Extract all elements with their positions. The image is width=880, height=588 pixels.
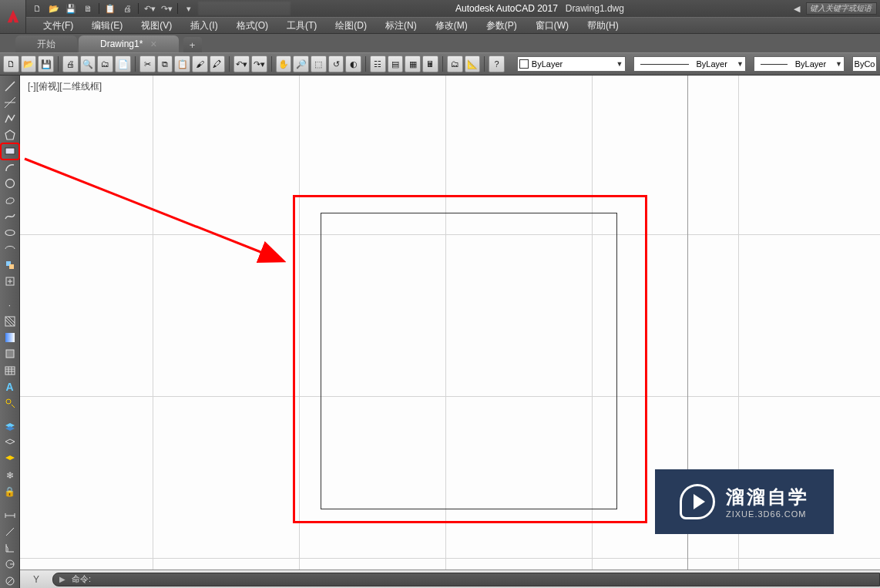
polyline-tool-icon[interactable] [2,111,18,126]
qat-redo-icon[interactable]: ↷▾ [159,2,174,15]
layer-manager-icon[interactable] [2,419,18,434]
dim-angular-icon[interactable] [2,541,18,556]
menu-help[interactable]: 帮助(H) [578,17,628,35]
tb-print-icon[interactable]: 🖨 [62,55,79,72]
tb-sheet-icon[interactable]: ▤ [388,55,404,72]
rectangle-tool-icon[interactable] [2,144,18,159]
insert-block-icon[interactable] [2,258,18,273]
qat-undo-icon[interactable]: ↶▾ [142,2,157,15]
menu-format[interactable]: 格式(O) [227,17,277,35]
separator [484,56,485,72]
bycolor-select[interactable]: ByCo [852,56,877,72]
tab-start[interactable]: 开始 [15,35,77,52]
ellipse-tool-icon[interactable] [2,225,18,240]
tb-redo-icon[interactable]: ↷▾ [251,55,267,72]
separator [58,56,59,72]
chevron-down-icon: ▼ [616,60,623,68]
menu-tools[interactable]: 工具(T) [277,17,326,35]
region-tool-icon[interactable] [2,347,18,361]
qat-print-icon[interactable]: 🖨 [119,2,135,15]
arc-tool-icon[interactable] [2,160,18,175]
tb-cut-icon[interactable]: ✂ [139,55,156,72]
tb-paste-icon[interactable]: 📋 [174,55,190,72]
tb-tool-icon[interactable]: ▦ [405,55,421,72]
tb-undo-icon[interactable]: ↶▾ [233,55,250,72]
command-input[interactable]: ▶ 命令: [52,573,880,586]
chevron-down-icon: ▼ [835,60,842,68]
tb-save-icon[interactable]: 💾 [38,55,54,72]
linetype-select[interactable]: ByLayer ▼ [633,56,746,72]
menu-edit[interactable]: 编辑(E) [82,17,132,35]
line-tool-icon[interactable] [2,79,18,93]
qat-cut-icon[interactable]: 📋 [102,2,118,15]
app-name: Autodesk AutoCAD 2017 [455,3,558,14]
titlebar-prev-icon[interactable]: ◀ [789,2,804,15]
select-value: ByLayer [697,59,727,69]
ellipse-arc-icon[interactable] [2,241,18,256]
table-tool-icon[interactable] [2,363,18,378]
qat-save-icon[interactable]: 💾 [63,2,79,15]
dim-diameter-icon[interactable] [2,573,18,588]
spline-tool-icon[interactable] [2,209,18,223]
tb-layers-icon[interactable]: 🗂 [447,55,463,72]
tb-zoomwin-icon[interactable]: ⬚ [311,55,327,72]
menu-file[interactable]: 文件(F) [34,17,82,35]
menu-dimension[interactable]: 标注(N) [376,17,426,35]
viewport-label[interactable]: [-][俯视][二维线框] [28,80,102,93]
dim-radius-icon[interactable] [2,557,18,572]
app-menu-button[interactable] [0,0,26,34]
gradient-tool-icon[interactable] [2,331,18,345]
dim-aligned-icon[interactable] [2,525,18,539]
tb-brush-icon[interactable]: 🖍 [210,55,226,72]
tab-close-icon[interactable]: × [150,38,156,50]
tb-open-icon[interactable]: 📂 [21,55,37,72]
add-selected-icon[interactable] [2,395,18,410]
qat-new-icon[interactable]: 🗋 [29,2,45,15]
circle-tool-icon[interactable] [2,176,18,191]
menu-window[interactable]: 窗口(W) [526,17,578,35]
tb-dim-icon[interactable]: 📐 [465,55,481,72]
drawn-rectangle[interactable] [321,213,617,509]
hatch-tool-icon[interactable] [2,314,18,329]
layer-iso-icon[interactable] [2,452,18,466]
menu-modify[interactable]: 修改(M) [426,17,477,35]
layer-off-icon[interactable] [2,435,18,450]
qat-open-icon[interactable]: 📂 [46,2,62,15]
qat-customize-icon[interactable]: ▾ [181,2,196,15]
tb-plot-icon[interactable]: 📄 [115,55,131,72]
polygon-tool-icon[interactable] [2,127,18,142]
drawing-canvas[interactable]: [-][俯视][二维线框] 溜溜自学 ZIXUE.3D66.COM [20,76,880,570]
color-swatch-icon [519,59,529,69]
tb-props-icon[interactable]: ☷ [370,55,386,72]
tb-calc-icon[interactable]: 🖩 [422,55,438,72]
tb-zoomext-icon[interactable]: ◐ [345,55,361,72]
menu-parametric[interactable]: 参数(P) [477,17,526,35]
point-tool-icon[interactable]: · [2,297,18,312]
make-block-icon[interactable] [2,274,18,289]
tb-match-icon[interactable]: 🖌 [192,55,208,72]
layer-lock-icon[interactable]: 🔒 [2,485,18,499]
qat-saveas-icon[interactable]: 🗎 [80,2,96,15]
tb-zoomprev-icon[interactable]: ↺ [328,55,344,72]
tb-help-icon[interactable]: ? [489,55,505,72]
layer-color-select[interactable]: ByLayer ▼ [517,56,626,72]
menu-insert[interactable]: 插入(I) [181,17,227,35]
tb-new-icon[interactable]: 🗋 [3,55,19,72]
construction-line-icon[interactable] [2,95,18,109]
tb-zoom-icon[interactable]: 🔎 [293,55,309,72]
menu-draw[interactable]: 绘图(D) [326,17,376,35]
tb-pan-icon[interactable]: ✋ [276,55,292,72]
tab-drawing1[interactable]: Drawing1* × [79,35,179,52]
tb-publish-icon[interactable]: 🗂 [97,55,113,72]
revcloud-tool-icon[interactable] [2,193,18,207]
dim-linear-icon[interactable] [2,508,18,522]
tab-add-button[interactable]: + [183,37,202,52]
menu-view[interactable]: 视图(V) [132,17,181,35]
tb-preview-icon[interactable]: 🔍 [80,55,96,72]
layer-freeze-icon[interactable]: ❄ [2,469,18,483]
command-line[interactable]: Y ▶ 命令: [20,570,880,588]
search-input[interactable]: 键入关键字或短语 [806,2,877,15]
text-tool-icon[interactable]: A [2,379,18,394]
tb-copy-icon[interactable]: ⧉ [157,55,173,72]
lineweight-select[interactable]: ByLayer ▼ [754,56,845,72]
